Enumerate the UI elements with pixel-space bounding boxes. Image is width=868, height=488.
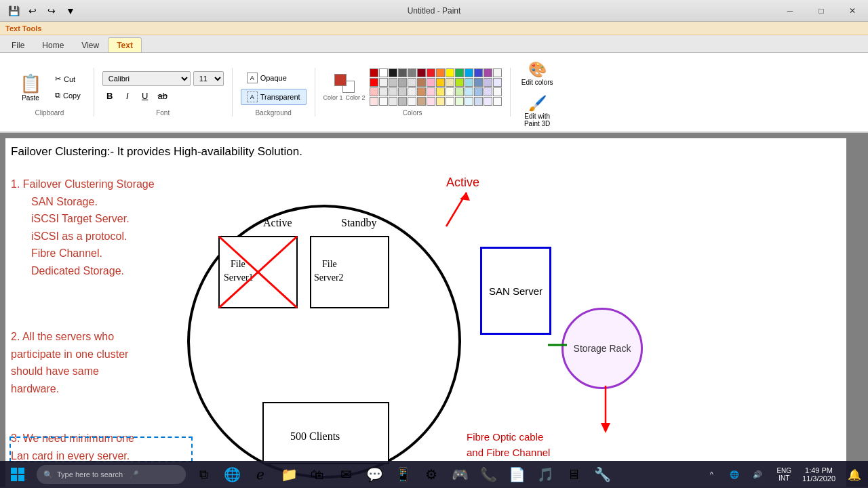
maximize-button[interactable]: □ bbox=[806, 0, 837, 22]
color-swatch[interactable] bbox=[389, 68, 397, 77]
color-swatch[interactable] bbox=[493, 78, 502, 87]
color-swatch[interactable] bbox=[379, 68, 388, 77]
color-swatch[interactable] bbox=[436, 97, 445, 106]
close-button[interactable]: ✕ bbox=[837, 0, 868, 22]
color-swatch[interactable] bbox=[408, 97, 416, 106]
underline-button[interactable]: U bbox=[138, 89, 153, 104]
tab-view[interactable]: View bbox=[73, 37, 108, 52]
color-swatch[interactable] bbox=[465, 78, 473, 87]
pdf-icon[interactable]: 📄 bbox=[503, 461, 530, 488]
color-swatch[interactable] bbox=[474, 78, 483, 87]
color-swatch[interactable] bbox=[427, 87, 435, 96]
tab-file[interactable]: File bbox=[3, 37, 33, 52]
color-swatch[interactable] bbox=[474, 87, 483, 96]
store-icon[interactable]: 🛍 bbox=[304, 461, 331, 488]
color1-swatch[interactable] bbox=[334, 74, 347, 86]
start-button[interactable] bbox=[3, 461, 33, 488]
color-swatch[interactable] bbox=[398, 68, 407, 77]
color-swatch[interactable] bbox=[398, 97, 407, 106]
ie-icon[interactable]: ℯ bbox=[247, 461, 274, 488]
undo-button[interactable]: ↩ bbox=[24, 3, 41, 18]
color-swatch[interactable] bbox=[370, 87, 378, 96]
game-icon[interactable]: 🎮 bbox=[446, 461, 473, 488]
color-swatch[interactable] bbox=[427, 78, 435, 87]
chat-icon[interactable]: 💬 bbox=[361, 461, 388, 488]
color-swatch[interactable] bbox=[408, 68, 416, 77]
color-swatch[interactable] bbox=[417, 78, 426, 87]
cut-button[interactable]: ✂Cut bbox=[50, 72, 85, 87]
font-size-select[interactable]: 11 bbox=[193, 71, 224, 86]
paste-button[interactable]: 📋 Paste bbox=[14, 70, 47, 105]
app3-icon[interactable]: 🔧 bbox=[589, 461, 616, 488]
color-swatch[interactable] bbox=[408, 87, 416, 96]
color-swatch[interactable] bbox=[446, 87, 454, 96]
color-swatch[interactable] bbox=[427, 68, 435, 77]
lang-indicator[interactable]: ENG INT bbox=[774, 467, 794, 482]
color-swatch[interactable] bbox=[389, 78, 397, 87]
app2-icon[interactable]: 🖥 bbox=[560, 461, 587, 488]
color-swatch[interactable] bbox=[484, 87, 492, 96]
color-swatch[interactable] bbox=[398, 78, 407, 87]
color-swatch[interactable] bbox=[455, 68, 464, 77]
opaque-button[interactable]: A Opaque bbox=[241, 70, 293, 86]
system-clock[interactable]: 1:49 PM 11/3/2020 bbox=[797, 461, 841, 488]
color-swatch[interactable] bbox=[465, 68, 473, 77]
paint-canvas[interactable]: Failover Clustering:- It provides High-a… bbox=[5, 138, 846, 487]
color-swatch[interactable] bbox=[398, 87, 407, 96]
tab-text[interactable]: Text bbox=[108, 37, 142, 52]
tab-home[interactable]: Home bbox=[33, 37, 73, 52]
color-swatch[interactable] bbox=[474, 97, 483, 106]
copy-button[interactable]: ⧉Copy bbox=[50, 88, 85, 103]
color-swatch[interactable] bbox=[446, 97, 454, 106]
taskbar-search[interactable]: 🔍 Type here to search 🎤 bbox=[37, 465, 186, 484]
save-button[interactable]: 💾 bbox=[5, 3, 22, 18]
color-swatch[interactable] bbox=[389, 87, 397, 96]
minimize-button[interactable]: ─ bbox=[774, 0, 806, 22]
color-swatch[interactable] bbox=[379, 78, 388, 87]
whatsapp-icon[interactable]: 📱 bbox=[389, 461, 416, 488]
edit-colors-button[interactable]: 🎨 Edit colors bbox=[519, 56, 556, 91]
color-swatch[interactable] bbox=[379, 97, 388, 106]
color-swatch[interactable] bbox=[493, 68, 502, 77]
volume-icon[interactable]: 🔊 bbox=[747, 461, 768, 488]
edge-icon[interactable]: 🌐 bbox=[218, 461, 245, 488]
phone-icon[interactable]: 📞 bbox=[475, 461, 502, 488]
color-swatch[interactable] bbox=[370, 68, 378, 77]
color-swatch[interactable] bbox=[465, 87, 473, 96]
transparent-button[interactable]: A Transparent bbox=[241, 89, 307, 105]
italic-button[interactable]: I bbox=[120, 89, 135, 104]
settings-icon[interactable]: ⚙ bbox=[418, 461, 445, 488]
color-swatch[interactable] bbox=[446, 68, 454, 77]
color-swatch[interactable] bbox=[446, 78, 454, 87]
color-swatch[interactable] bbox=[417, 97, 426, 106]
color-swatch[interactable] bbox=[417, 68, 426, 77]
color-swatch[interactable] bbox=[408, 78, 416, 87]
color-swatch[interactable] bbox=[493, 97, 502, 106]
font-family-select[interactable]: Calibri bbox=[102, 71, 191, 86]
color-swatch[interactable] bbox=[389, 97, 397, 106]
color-swatch[interactable] bbox=[465, 97, 473, 106]
color-swatch[interactable] bbox=[427, 97, 435, 106]
color-swatch[interactable] bbox=[370, 97, 378, 106]
color-swatch[interactable] bbox=[493, 87, 502, 96]
bold-button[interactable]: B bbox=[102, 89, 117, 104]
color-swatch[interactable] bbox=[455, 87, 464, 96]
show-hidden-button[interactable]: ^ bbox=[701, 461, 722, 488]
explorer-icon[interactable]: 📁 bbox=[275, 461, 302, 488]
color-swatch[interactable] bbox=[436, 87, 445, 96]
notification-icon[interactable]: 🔔 bbox=[844, 461, 865, 488]
color-swatch[interactable] bbox=[455, 78, 464, 87]
color-swatch[interactable] bbox=[379, 87, 388, 96]
color-swatch[interactable] bbox=[484, 68, 492, 77]
color-swatch[interactable] bbox=[484, 97, 492, 106]
network-icon[interactable]: 🌐 bbox=[724, 461, 745, 488]
color-swatch[interactable] bbox=[455, 97, 464, 106]
strikethrough-button[interactable]: ab bbox=[155, 89, 170, 104]
color-swatch[interactable] bbox=[417, 87, 426, 96]
customize-button[interactable]: ▼ bbox=[62, 3, 79, 18]
color-swatch[interactable] bbox=[370, 78, 378, 87]
color-swatch[interactable] bbox=[474, 68, 483, 77]
color-swatch[interactable] bbox=[436, 68, 445, 77]
media-icon[interactable]: 🎵 bbox=[532, 461, 559, 488]
edit-with-paint3d-button[interactable]: 🖌️ Edit with Paint 3D bbox=[519, 94, 556, 129]
